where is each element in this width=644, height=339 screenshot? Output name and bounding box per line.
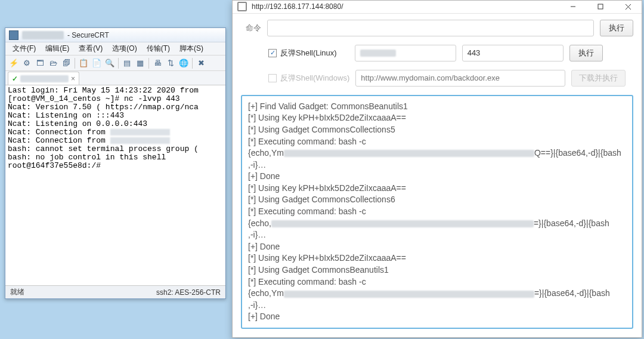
terminal-output[interactable]: Last login: Fri May 15 14:23:22 2020 fro…	[5, 85, 225, 285]
toolbar-separator	[75, 58, 75, 69]
command-label: 命令	[241, 23, 261, 33]
menu-edit[interactable]: 编辑(E)	[41, 42, 74, 55]
log-output[interactable]: [+] Find Valid Gadget: CommonsBeanutils1…	[241, 95, 633, 329]
tool-title: http://192.168.177.144:8080/	[252, 2, 343, 11]
crt-tabbar: ✓ ×	[5, 71, 225, 85]
close-button[interactable]	[614, 1, 642, 13]
menu-transfer[interactable]: 传输(T)	[142, 42, 175, 55]
minimize-button[interactable]	[559, 1, 587, 13]
status-right: ssh2: AES-256-CTR	[156, 288, 221, 297]
execute-shell-button[interactable]: 执行	[569, 45, 603, 61]
ip-field-wrapper[interactable]	[355, 45, 456, 61]
crt-statusbar: 就绪 ssh2: AES-256-CTR	[5, 285, 225, 298]
tb-find-icon[interactable]: 🔍	[104, 57, 116, 69]
crt-title-text: - SecureCRT	[67, 31, 109, 39]
tool-titlebar[interactable]: http://192.168.177.144:8080/	[233, 1, 642, 14]
tb-quickconnect-icon[interactable]: ⚙	[21, 57, 33, 69]
maximize-button[interactable]	[587, 1, 614, 13]
checkbox-checked-icon: ✓	[268, 49, 277, 57]
crt-toolbar: ⚡ ⚙ 🗔 🗁 🗐 📋 📄 🔍 ▤ ▦ 🖶 ⇅ 🌐 ✖	[5, 56, 225, 71]
menu-script[interactable]: 脚本(S)	[175, 42, 208, 55]
status-ok-icon: ✓	[12, 75, 18, 83]
tool-body: 命令 执行 ✓ 反弹Shell(Linux) 执行 反弹Shell(Window…	[233, 14, 642, 337]
tb-save-icon[interactable]: 🗐	[60, 57, 72, 69]
command-input[interactable]	[267, 20, 594, 36]
window-buttons	[559, 1, 642, 13]
linux-shell-row: ✓ 反弹Shell(Linux) 执行	[241, 45, 633, 61]
tb-tools-icon[interactable]: ✖	[195, 57, 207, 69]
crt-menubar: 文件(F) 编辑(E) 查看(V) 选项(O) 传输(T) 脚本(S)	[5, 42, 225, 56]
tb-session-icon[interactable]: 🗔	[34, 57, 46, 69]
linux-shell-checkbox[interactable]: ✓ 反弹Shell(Linux)	[268, 48, 337, 58]
backdoor-url-input[interactable]	[355, 70, 565, 87]
tab-close-icon[interactable]: ×	[71, 75, 75, 83]
execute-button[interactable]: 执行	[600, 20, 633, 36]
port-input[interactable]	[462, 45, 564, 61]
windows-shell-checkbox[interactable]: 反弹Shell(Windows)	[268, 73, 349, 84]
windows-shell-label: 反弹Shell(Windows)	[280, 73, 349, 84]
tb-folder-icon[interactable]: 🗁	[47, 57, 59, 69]
tb-cascade-icon[interactable]: ▦	[134, 57, 146, 69]
windows-shell-row: 反弹Shell(Windows) 下载并执行	[241, 70, 633, 87]
ip-value-redacted	[360, 50, 396, 57]
minimize-icon	[570, 4, 576, 10]
tb-copy-icon[interactable]: 📋	[78, 57, 89, 69]
tb-transfer-icon[interactable]: ⇅	[165, 57, 177, 69]
menu-file[interactable]: 文件(F)	[8, 42, 41, 55]
tab-title-redacted	[20, 75, 69, 82]
status-left: 就绪	[10, 287, 24, 297]
download-execute-button[interactable]: 下载并执行	[571, 70, 626, 87]
tb-tile-icon[interactable]: ▤	[121, 57, 133, 69]
command-row: 命令 执行	[241, 20, 633, 36]
toolbar-separator	[148, 58, 149, 69]
checkbox-unchecked-icon	[268, 74, 277, 82]
menu-options[interactable]: 选项(O)	[107, 42, 141, 55]
tool-window: http://192.168.177.144:8080/ 命令 执行 ✓ 反弹S…	[232, 0, 642, 338]
tb-paste-icon[interactable]: 📄	[91, 57, 103, 69]
crt-tab[interactable]: ✓ ×	[8, 72, 79, 85]
tool-app-icon	[237, 2, 247, 11]
svg-rect-1	[598, 4, 603, 9]
toolbar-separator	[118, 58, 119, 69]
menu-view[interactable]: 查看(V)	[74, 42, 107, 55]
crt-title-redacted	[22, 31, 64, 39]
maximize-icon	[597, 4, 603, 10]
tb-connect-icon[interactable]: ⚡	[8, 57, 20, 69]
tb-globe-icon[interactable]: 🌐	[178, 57, 190, 69]
toolbar-separator	[192, 58, 193, 69]
securecrt-window: - SecureCRT 文件(F) 编辑(E) 查看(V) 选项(O) 传输(T…	[5, 27, 226, 299]
linux-shell-label: 反弹Shell(Linux)	[280, 48, 337, 58]
crt-titlebar[interactable]: - SecureCRT	[5, 28, 225, 42]
crt-app-icon	[9, 30, 18, 40]
tb-print-icon[interactable]: 🖶	[151, 57, 163, 69]
close-icon	[625, 4, 631, 10]
